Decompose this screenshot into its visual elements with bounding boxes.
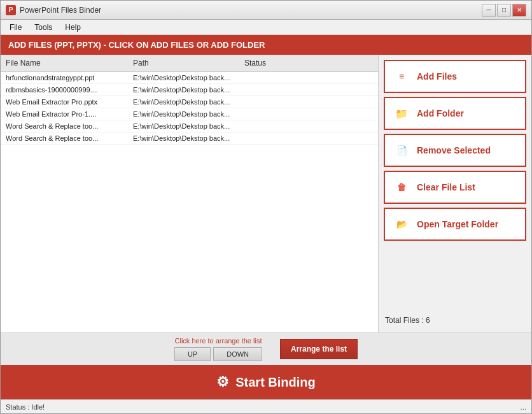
table-row[interactable]: rdbmsbasics-19000000999.... E:\win\Deskt… xyxy=(1,84,378,96)
status-text: Status : Idle! xyxy=(6,403,45,411)
arrange-hint: Click here to arrange the list xyxy=(175,337,262,345)
up-button[interactable]: UP xyxy=(174,347,211,361)
table-row[interactable]: hrfunctionandstrategyppt.ppt E:\win\Desk… xyxy=(1,72,378,84)
arrange-section: Click here to arrange the list UP DOWN xyxy=(174,337,262,361)
file-list-header: File Name Path Status xyxy=(1,55,378,72)
window-title: PowerPoint Files Binder xyxy=(20,6,101,15)
open-target-folder-button[interactable]: 📂 Open Target Folder xyxy=(384,208,526,241)
bottom-controls: Click here to arrange the list UP DOWN A… xyxy=(1,332,531,365)
gear-icon: ⚙ xyxy=(216,374,229,390)
file-cell-path: E:\win\Desktop\Dekstop back... xyxy=(128,72,239,83)
status-bar: Status : Idle! ... xyxy=(1,399,531,413)
file-list-body[interactable]: hrfunctionandstrategyppt.ppt E:\win\Desk… xyxy=(1,72,378,332)
add-files-icon: ≡ xyxy=(393,68,410,85)
file-list-panel: File Name Path Status hrfunctionandstrat… xyxy=(1,55,379,332)
add-files-button[interactable]: ≡ Add Files xyxy=(384,60,526,93)
start-binding-button[interactable]: ⚙ Start Binding xyxy=(1,365,531,399)
file-cell-name: Web Email Extractor Pro.pptx xyxy=(1,96,128,108)
file-cell-name: Word Search & Replace too... xyxy=(1,132,128,144)
file-cell-status xyxy=(239,132,378,144)
title-bar-left: P PowerPoint Files Binder xyxy=(6,5,101,15)
start-binding-label: Start Binding xyxy=(235,375,316,390)
add-folder-icon: 📁 xyxy=(393,104,410,122)
right-panel: ≡ Add Files 📁 Add Folder 📄 Remove Select… xyxy=(379,55,531,332)
arrange-list-button[interactable]: Arrange the list xyxy=(280,339,358,359)
file-cell-path: E:\win\Desktop\Dekstop back... xyxy=(128,132,239,144)
add-folder-button[interactable]: 📁 Add Folder xyxy=(384,97,526,130)
title-bar: P PowerPoint Files Binder ─ □ ✕ xyxy=(1,1,531,20)
menu-help[interactable]: Help xyxy=(59,22,87,33)
table-row[interactable]: Word Search & Replace too... E:\win\Desk… xyxy=(1,132,378,145)
file-cell-path: E:\win\Desktop\Dekstop back... xyxy=(128,96,239,108)
file-cell-status xyxy=(239,84,378,96)
header-banner: ADD FILES (PPT, PPTX) - CLICK ON ADD FIL… xyxy=(1,35,531,55)
file-cell-path: E:\win\Desktop\Dekstop back... xyxy=(128,108,239,120)
close-button[interactable]: ✕ xyxy=(512,4,526,17)
menu-tools[interactable]: Tools xyxy=(28,22,59,33)
down-button[interactable]: DOWN xyxy=(213,347,262,361)
col-status: Status xyxy=(239,57,378,69)
table-row[interactable]: Word Search & Replace too... E:\win\Desk… xyxy=(1,120,378,132)
remove-selected-button[interactable]: 📄 Remove Selected xyxy=(384,134,526,167)
remove-selected-icon: 📄 xyxy=(393,141,410,159)
open-target-folder-icon: 📂 xyxy=(393,215,410,233)
clear-file-list-icon: 🗑 xyxy=(393,178,410,196)
nav-buttons: UP DOWN xyxy=(174,347,262,361)
menu-bar: File Tools Help xyxy=(1,20,531,35)
main-content: File Name Path Status hrfunctionandstrat… xyxy=(1,55,531,332)
table-row[interactable]: Web Email Extractor Pro-1.... E:\win\Des… xyxy=(1,108,378,120)
file-cell-name: Word Search & Replace too... xyxy=(1,120,128,132)
file-cell-path: E:\win\Desktop\Dekstop back... xyxy=(128,120,239,132)
app-icon: P xyxy=(6,5,16,15)
menu-file[interactable]: File xyxy=(3,22,28,33)
file-cell-status xyxy=(239,72,378,83)
main-window: P PowerPoint Files Binder ─ □ ✕ File Too… xyxy=(0,0,532,414)
clear-file-list-button[interactable]: 🗑 Clear File List xyxy=(384,171,526,204)
file-cell-status xyxy=(239,96,378,108)
window-controls: ─ □ ✕ xyxy=(482,4,526,17)
col-filename: File Name xyxy=(1,57,128,69)
file-cell-name: hrfunctionandstrategyppt.ppt xyxy=(1,72,128,83)
minimize-button[interactable]: ─ xyxy=(482,4,496,17)
file-cell-path: E:\win\Desktop\Dekstop back... xyxy=(128,84,239,96)
file-cell-name: rdbmsbasics-19000000999.... xyxy=(1,84,128,96)
table-row[interactable]: Web Email Extractor Pro.pptx E:\win\Desk… xyxy=(1,96,378,108)
total-files: Total Files : 6 xyxy=(384,313,526,327)
col-path: Path xyxy=(128,57,239,69)
file-cell-status xyxy=(239,108,378,120)
file-cell-status xyxy=(239,120,378,132)
status-dots: ... xyxy=(521,403,526,411)
file-cell-name: Web Email Extractor Pro-1.... xyxy=(1,108,128,120)
maximize-button[interactable]: □ xyxy=(497,4,511,17)
